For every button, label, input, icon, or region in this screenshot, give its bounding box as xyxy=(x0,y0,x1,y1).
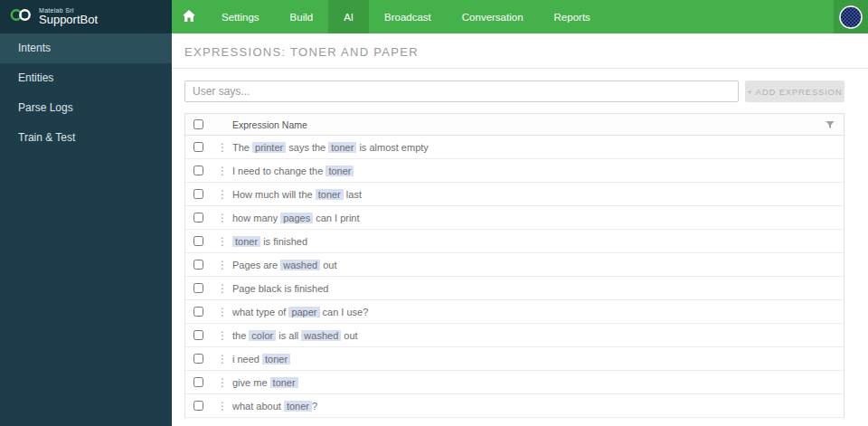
expression-table-body: ⋮ The printer says the toner is almost e… xyxy=(185,136,844,418)
sidebar-item-entities[interactable]: Entities xyxy=(0,63,172,93)
row-checkbox[interactable] xyxy=(193,283,203,293)
expression-table: Expression Name ⋮ The printer says the t… xyxy=(184,113,844,418)
row-checkbox[interactable] xyxy=(193,166,203,175)
expression-text: toner is finished xyxy=(232,236,844,247)
row-menu-icon[interactable]: ⋮ xyxy=(212,165,232,177)
table-row: ⋮ The printer says the toner is almost e… xyxy=(185,136,844,159)
row-menu-icon[interactable]: ⋮ xyxy=(212,353,232,365)
row-menu-icon[interactable]: ⋮ xyxy=(212,188,232,201)
nav-item-build[interactable]: Build xyxy=(275,0,329,33)
nav-item-ai[interactable]: AI xyxy=(328,0,369,33)
row-menu-icon[interactable]: ⋮ xyxy=(212,212,232,224)
expression-text: Pages are washed out xyxy=(232,260,844,270)
entity-highlight: toner xyxy=(326,166,354,176)
expression-composer: + ADD EXPRESSION xyxy=(172,69,868,102)
row-checkbox[interactable] xyxy=(193,189,203,199)
expression-plain-text: can I print xyxy=(313,213,359,223)
expression-plain-text: How much will the xyxy=(232,189,316,200)
row-checkbox[interactable] xyxy=(193,354,203,364)
sidebar: Intents Entities Parse Logs Train & Test xyxy=(0,33,172,426)
expression-plain-text: is all xyxy=(276,330,301,341)
account-avatar[interactable] xyxy=(834,0,868,33)
expression-plain-text: how many xyxy=(232,213,280,223)
select-all-checkbox[interactable] xyxy=(193,119,203,129)
table-row: ⋮ what type of paper can I use? xyxy=(185,300,844,324)
row-checkbox[interactable] xyxy=(193,142,203,152)
row-menu-icon[interactable]: ⋮ xyxy=(212,306,232,318)
page-title: EXPRESSIONS: TONER AND PAPER xyxy=(184,45,844,59)
expression-name-header: Expression Name xyxy=(232,119,826,130)
user-says-input[interactable] xyxy=(184,80,739,102)
entity-highlight: toner xyxy=(284,401,312,412)
expression-text: I need to change the toner xyxy=(232,166,844,176)
entity-highlight: toner xyxy=(262,354,290,364)
home-icon xyxy=(183,9,195,25)
row-menu-icon[interactable]: ⋮ xyxy=(212,259,232,271)
expression-text: what about toner? xyxy=(232,401,844,412)
expression-plain-text: out xyxy=(320,260,336,270)
expression-plain-text: says the xyxy=(286,142,328,153)
expression-text: How much will the toner last xyxy=(232,189,844,200)
nav-item-settings[interactable]: Settings xyxy=(206,0,275,33)
main-content: EXPRESSIONS: TONER AND PAPER + ADD EXPRE… xyxy=(172,33,868,426)
expression-plain-text: out xyxy=(341,330,357,341)
row-checkbox[interactable] xyxy=(193,401,203,411)
expression-plain-text: can I use? xyxy=(320,307,369,317)
table-row: ⋮ toner is finished xyxy=(185,230,844,253)
nav-item-conversation[interactable]: Conversation xyxy=(447,0,539,33)
nav-item-reports[interactable]: Reports xyxy=(539,0,606,33)
row-checkbox[interactable] xyxy=(193,330,203,340)
expression-text: i need toner xyxy=(232,354,844,364)
sidebar-item-intents[interactable]: Intents xyxy=(0,33,172,63)
expression-plain-text: ? xyxy=(312,401,317,412)
entity-highlight: toner xyxy=(270,377,298,388)
row-menu-icon[interactable]: ⋮ xyxy=(212,141,232,154)
row-menu-icon[interactable]: ⋮ xyxy=(212,235,232,248)
expression-plain-text: i need xyxy=(232,354,262,364)
sidebar-item-train-test[interactable]: Train & Test xyxy=(0,123,172,153)
entity-highlight: printer xyxy=(252,142,286,153)
row-checkbox[interactable] xyxy=(193,307,203,317)
table-row: ⋮ I need to change the toner xyxy=(185,159,844,183)
expression-plain-text: what about xyxy=(232,401,284,412)
table-row: ⋮ give me toner xyxy=(185,371,844,394)
expression-plain-text: I need to change the xyxy=(232,166,326,176)
entity-highlight: washed xyxy=(301,330,341,341)
expression-plain-text: Page black is finished xyxy=(232,283,328,294)
expression-plain-text: is finished xyxy=(260,236,307,247)
row-checkbox[interactable] xyxy=(193,260,203,270)
logo-icon xyxy=(9,8,33,25)
expression-plain-text: last xyxy=(344,189,362,200)
row-menu-icon[interactable]: ⋮ xyxy=(212,400,232,412)
nav-item-label: Broadcast xyxy=(384,12,431,23)
row-menu-icon[interactable]: ⋮ xyxy=(212,329,232,342)
expression-text: what type of paper can I use? xyxy=(232,307,844,317)
table-row: ⋮ Pages are washed out xyxy=(185,253,844,277)
entity-highlight: paper xyxy=(288,307,319,317)
filter-icon[interactable] xyxy=(826,120,835,129)
top-nav: Settings Build AI Broadcast Conversation… xyxy=(172,0,868,33)
table-row: ⋮ How much will the toner last xyxy=(185,183,844,206)
row-checkbox[interactable] xyxy=(193,236,203,246)
entity-highlight: toner xyxy=(328,142,356,153)
expression-plain-text: the xyxy=(232,330,249,341)
entity-highlight: toner xyxy=(316,189,344,200)
expression-table-header: Expression Name xyxy=(185,114,844,136)
row-menu-icon[interactable]: ⋮ xyxy=(212,376,232,389)
sidebar-item-label: Intents xyxy=(18,42,51,54)
add-expression-button[interactable]: + ADD EXPRESSION xyxy=(745,80,844,102)
expression-text: The printer says the toner is almost emp… xyxy=(232,142,844,153)
expression-text: the color is all washed out xyxy=(232,330,844,341)
nav-item-broadcast[interactable]: Broadcast xyxy=(369,0,447,33)
expression-text: give me toner xyxy=(232,377,844,388)
nav-item-label: Reports xyxy=(554,12,590,23)
table-row: ⋮ what about toner? xyxy=(185,394,844,418)
sidebar-item-label: Parse Logs xyxy=(18,101,73,114)
row-menu-icon[interactable]: ⋮ xyxy=(212,282,232,295)
expression-text: how many pages can I print xyxy=(232,213,844,223)
expression-plain-text: give me xyxy=(232,377,270,388)
nav-home-button[interactable] xyxy=(172,0,206,33)
sidebar-item-parse-logs[interactable]: Parse Logs xyxy=(0,93,172,123)
row-checkbox[interactable] xyxy=(193,377,203,387)
row-checkbox[interactable] xyxy=(193,213,203,222)
